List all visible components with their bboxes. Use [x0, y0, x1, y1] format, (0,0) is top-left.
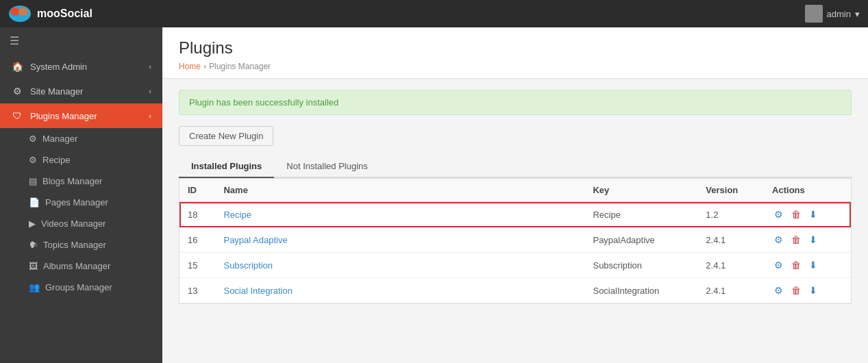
chevron-icon-2: ‹	[149, 87, 151, 95]
alert-message: Plugin has been successfully installed	[189, 97, 338, 108]
cell-version: 1.2	[697, 202, 764, 227]
sidebar: ☰ 🏠 System Admin ‹ ⚙ Site Manager ‹ 🛡 Pl…	[0, 27, 162, 363]
sidebar-sub-label-videos: Videos Manager	[41, 218, 106, 229]
sidebar-sub-item-videos-manager[interactable]: ▶ Videos Manager	[0, 213, 162, 234]
sidebar-sub-item-blogs-manager[interactable]: ▤ Blogs Manager	[0, 171, 162, 192]
cell-version: 2.4.1	[697, 278, 764, 303]
groups-icon: 👥	[29, 282, 40, 292]
videos-icon: ▶	[29, 218, 36, 229]
gear-icon: ⚙	[11, 86, 23, 97]
main-content: Plugins Home › Plugins Manager Plugin ha…	[162, 27, 868, 363]
albums-icon: 🖼	[29, 261, 38, 271]
sidebar-sub-item-recipe[interactable]: ⚙ Recipe	[0, 149, 162, 171]
cell-version: 2.4.1	[697, 227, 764, 253]
download-icon[interactable]: ⬇	[807, 208, 819, 221]
download-icon[interactable]: ⬇	[807, 284, 819, 297]
sidebar-item-system-admin[interactable]: 🏠 System Admin ‹	[0, 54, 162, 79]
home-icon: 🏠	[11, 61, 23, 72]
cell-version: 2.4.1	[697, 253, 764, 278]
settings-icon[interactable]: ⚙	[772, 233, 785, 247]
delete-icon[interactable]: 🗑	[789, 233, 803, 247]
top-navbar: mooSocial admin ▾	[0, 0, 868, 27]
cell-actions: ⚙ 🗑 ⬇	[764, 227, 851, 253]
brand: mooSocial	[8, 5, 92, 23]
brand-name: mooSocial	[37, 8, 92, 20]
sidebar-sub-item-pages-manager[interactable]: 📄 Pages Manager	[0, 192, 162, 213]
cell-name: Paypal Adaptive	[215, 227, 584, 253]
sidebar-sub-item-topics-manager[interactable]: 🗣 Topics Manager	[0, 234, 162, 255]
manager-icon: ⚙	[29, 134, 37, 144]
cell-name: Social Integration	[215, 278, 584, 303]
sidebar-sub-label-groups: Groups Manager	[45, 282, 112, 292]
chevron-icon-3: ‹	[149, 112, 151, 120]
cell-id: 16	[179, 227, 215, 253]
col-version: Version	[697, 179, 764, 202]
create-new-plugin-button[interactable]: Create New Plugin	[179, 126, 273, 146]
sidebar-label-site-manager: Site Manager	[30, 86, 83, 97]
breadcrumb-current: Plugins Manager	[209, 62, 271, 71]
delete-icon[interactable]: 🗑	[789, 284, 803, 297]
col-key: Key	[584, 179, 697, 202]
plugins-table: ID Name Key Version Actions 18 Recipe Re…	[179, 179, 851, 303]
cell-key: PaypalAdaptive	[584, 227, 697, 253]
tab-not-installed-plugins[interactable]: Not Installed Plugins	[274, 155, 380, 178]
download-icon[interactable]: ⬇	[807, 233, 819, 247]
shield-icon: 🛡	[11, 110, 23, 121]
admin-label: admin	[827, 9, 851, 19]
plugins-table-wrapper: ID Name Key Version Actions 18 Recipe Re…	[179, 178, 852, 304]
sidebar-sub-label-recipe: Recipe	[42, 155, 70, 165]
sidebar-sub-label-pages: Pages Manager	[45, 197, 108, 208]
svg-point-1	[10, 8, 20, 16]
col-id: ID	[179, 179, 215, 202]
cell-key: SocialIntegration	[584, 278, 697, 303]
sidebar-item-plugins-manager[interactable]: 🛡 Plugins Manager ‹	[0, 103, 162, 128]
cell-id: 15	[179, 253, 215, 278]
hamburger-icon[interactable]: ☰	[0, 27, 162, 54]
sidebar-sub-item-manager[interactable]: ⚙ Manager	[0, 128, 162, 149]
recipe-icon: ⚙	[29, 155, 37, 165]
sidebar-sub-item-albums-manager[interactable]: 🖼 Albums Manager	[0, 255, 162, 277]
blogs-icon: ▤	[29, 176, 37, 186]
cell-id: 18	[179, 202, 215, 227]
delete-icon[interactable]: 🗑	[789, 208, 803, 221]
pages-icon: 📄	[29, 197, 40, 208]
content-body: Plugin has been successfully installed C…	[162, 79, 868, 315]
plugin-name-link[interactable]: Recipe	[223, 210, 251, 220]
table-header-row: ID Name Key Version Actions	[179, 179, 851, 202]
col-actions: Actions	[764, 179, 851, 202]
admin-menu[interactable]: admin ▾	[805, 5, 860, 23]
cell-actions: ⚙ 🗑 ⬇	[764, 202, 851, 227]
cell-name: Recipe	[215, 202, 584, 227]
delete-icon[interactable]: 🗑	[789, 258, 803, 272]
settings-icon[interactable]: ⚙	[772, 208, 785, 221]
plugin-name-link[interactable]: Subscription	[223, 260, 273, 271]
alert-success: Plugin has been successfully installed	[179, 90, 852, 115]
content-header: Plugins Home › Plugins Manager	[162, 27, 868, 79]
cell-id: 13	[179, 278, 215, 303]
sidebar-sub-item-groups-manager[interactable]: 👥 Groups Manager	[0, 277, 162, 298]
tabs: Installed Plugins Not Installed Plugins	[179, 155, 852, 178]
breadcrumb: Home › Plugins Manager	[179, 62, 852, 71]
sidebar-label-plugins-manager: Plugins Manager	[30, 111, 97, 121]
tab-installed-plugins[interactable]: Installed Plugins	[179, 155, 274, 178]
settings-icon[interactable]: ⚙	[772, 258, 785, 272]
settings-icon[interactable]: ⚙	[772, 284, 785, 297]
table-row: 16 Paypal Adaptive PaypalAdaptive 2.4.1 …	[179, 227, 851, 253]
page-title: Plugins	[179, 38, 852, 58]
sidebar-item-site-manager[interactable]: ⚙ Site Manager ‹	[0, 79, 162, 103]
avatar	[805, 5, 823, 23]
cell-name: Subscription	[215, 253, 584, 278]
svg-point-2	[18, 8, 28, 16]
sidebar-sub-label-blogs: Blogs Manager	[42, 176, 102, 186]
admin-chevron: ▾	[855, 9, 860, 19]
plugin-name-link[interactable]: Paypal Adaptive	[223, 235, 287, 245]
breadcrumb-home[interactable]: Home	[179, 62, 201, 71]
cell-actions: ⚙ 🗑 ⬇	[764, 253, 851, 278]
table-row: 15 Subscription Subscription 2.4.1 ⚙ 🗑 ⬇	[179, 253, 851, 278]
download-icon[interactable]: ⬇	[807, 258, 819, 272]
table-row: 13 Social Integration SocialIntegration …	[179, 278, 851, 303]
plugin-name-link[interactable]: Social Integration	[223, 286, 292, 296]
cell-key: Subscription	[584, 253, 697, 278]
brand-logo	[8, 5, 32, 23]
breadcrumb-separator: ›	[203, 62, 206, 71]
